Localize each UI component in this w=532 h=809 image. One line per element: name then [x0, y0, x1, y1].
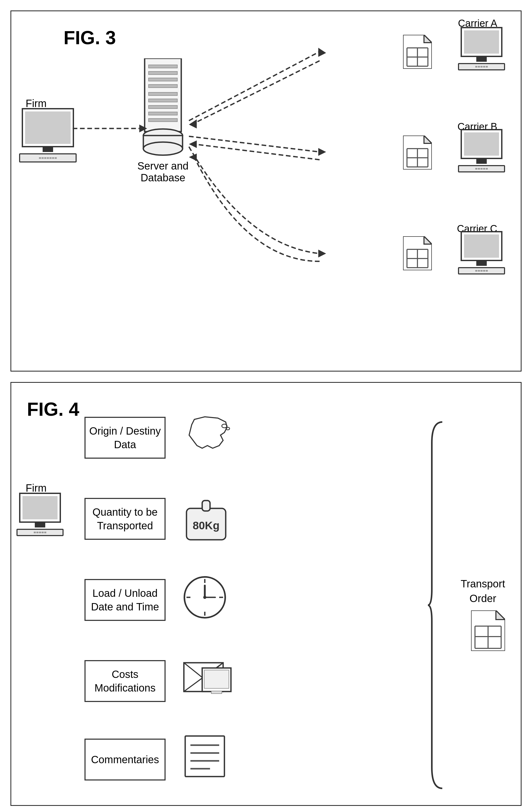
carrier-c-computer — [458, 231, 505, 274]
firm-label-fig4: Firm — [25, 482, 47, 494]
spain-map-icon — [184, 412, 231, 459]
firm-computer-fig4 — [17, 493, 64, 536]
carrier-a-monitor — [461, 27, 502, 57]
fig3-label: FIG. 3 — [64, 27, 116, 48]
kbd-key — [55, 157, 57, 159]
kbd-key — [478, 168, 480, 170]
kbd-key — [483, 270, 485, 272]
firm-label-fig3: Firm — [25, 98, 47, 109]
loadunload-label: Load / UnloadDate and Time — [91, 586, 159, 614]
kbd-key — [475, 270, 477, 272]
firm-stand — [42, 147, 53, 152]
svg-rect-68 — [211, 691, 222, 694]
quantity-label: Quantity to beTransported — [92, 505, 157, 532]
server-block: Server and Database — [137, 58, 189, 184]
kbd-key — [41, 532, 44, 533]
kbd-key — [480, 168, 482, 170]
firm4-keyboard — [17, 529, 64, 536]
svg-rect-8 — [148, 112, 177, 115]
kbd-key — [34, 532, 36, 533]
svg-marker-48 — [189, 154, 197, 161]
svg-line-45 — [194, 144, 320, 160]
carrier-a-computer — [458, 27, 505, 70]
svg-rect-1 — [148, 65, 177, 68]
doc-c-svg — [403, 236, 432, 270]
loadunload-box: Load / UnloadDate and Time — [85, 579, 165, 621]
brace-svg — [427, 417, 447, 794]
kbd-key — [44, 157, 46, 159]
costs-box: CostsModifications — [85, 660, 165, 702]
kbd-key — [39, 532, 41, 533]
firm-computer-fig3 — [19, 108, 77, 162]
firm-keyboard — [19, 153, 77, 162]
carrier-b-keyboard — [458, 165, 505, 172]
kbd-key — [36, 532, 38, 533]
firm-screen — [25, 111, 71, 144]
svg-marker-14 — [424, 35, 432, 42]
svg-marker-75 — [496, 610, 505, 620]
kbd-key — [47, 157, 49, 159]
svg-marker-44 — [318, 148, 326, 156]
commentaries-label: Commentaries — [91, 753, 159, 767]
firm4-stand — [35, 523, 45, 528]
svg-line-39 — [189, 52, 319, 121]
transport-doc-icon — [471, 610, 505, 652]
origin-destiny-box: Origin / DestinyData — [85, 417, 165, 459]
clock-icon — [181, 574, 228, 621]
kbd-row — [475, 270, 488, 272]
kbd-key — [44, 532, 46, 533]
kbd-key — [483, 168, 485, 170]
svg-rect-67 — [204, 670, 229, 688]
kbd-key — [39, 157, 41, 159]
carrier-b-stand — [476, 159, 487, 164]
svg-rect-3 — [148, 78, 177, 81]
quantity-box: Quantity to beTransported — [85, 498, 165, 540]
firm-computer-wrapper — [19, 108, 77, 162]
doc-lines-icon — [184, 735, 226, 778]
svg-point-12 — [143, 142, 182, 155]
transport-label-text: TransportOrder — [461, 578, 505, 604]
carrier-c-stand — [476, 261, 487, 266]
svg-rect-9 — [148, 119, 177, 122]
firm4-wrapper — [17, 493, 64, 536]
kbd-key — [475, 66, 477, 68]
kbd-key — [480, 66, 482, 68]
server-label: Server and Database — [137, 160, 189, 184]
kbd-row — [475, 66, 488, 68]
carrier-c-wrapper — [458, 231, 505, 274]
svg-rect-69 — [185, 736, 225, 777]
carrier-c-screen — [464, 235, 499, 258]
kbd-key — [52, 157, 54, 159]
origin-destiny-label: Origin / DestinyData — [89, 424, 161, 451]
svg-marker-47 — [318, 249, 326, 257]
svg-rect-5 — [148, 92, 177, 96]
svg-marker-42 — [189, 119, 197, 128]
kbd-row1 — [39, 157, 57, 159]
doc-carrier-c — [403, 236, 432, 271]
firm4-screen — [22, 496, 57, 519]
transport-order-label: TransportOrder — [461, 576, 505, 606]
commentaries-box: Commentaries — [85, 739, 165, 780]
kbd-key — [478, 270, 480, 272]
kbd-row — [34, 532, 46, 533]
svg-rect-4 — [148, 85, 177, 88]
carrier-c-monitor — [461, 231, 502, 261]
weight-icon: 80Kg — [181, 493, 231, 543]
page: FIG. 3 Firm — [0, 0, 532, 809]
kbd-key — [480, 270, 482, 272]
svg-marker-22 — [424, 136, 432, 143]
fig4-label: FIG. 4 — [27, 398, 79, 420]
svg-rect-7 — [148, 105, 177, 108]
svg-line-41 — [194, 61, 320, 123]
kbd-key — [475, 168, 477, 170]
envelope-icon — [181, 655, 234, 702]
svg-marker-40 — [318, 48, 326, 57]
kbd-key — [486, 168, 488, 170]
carrier-b-screen — [464, 132, 499, 156]
fig3-arrows — [11, 11, 521, 371]
carrier-a-wrapper — [458, 27, 505, 70]
svg-text:80Kg: 80Kg — [193, 519, 220, 532]
svg-point-61 — [203, 596, 206, 599]
doc-carrier-a — [403, 35, 432, 70]
svg-line-43 — [189, 136, 319, 152]
